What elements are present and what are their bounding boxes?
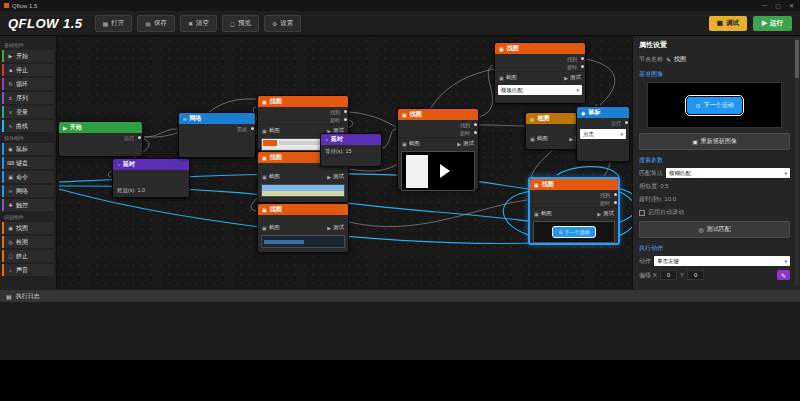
port-out[interactable]: 运行 (124, 135, 138, 141)
folder-open-icon: ▦ (103, 20, 109, 27)
port-found[interactable]: 找到 (600, 192, 614, 198)
section-action: 执行动作 (639, 244, 790, 253)
capture-button[interactable]: ▣截图 (262, 173, 280, 180)
node-find-image-selected[interactable]: ▣找图 找到 超时 ▣截图 ▶测试 ⊙ 下一个活动 (528, 177, 620, 245)
sidebar-item-stop[interactable]: ■ 停止 (2, 64, 54, 76)
sidebar-item-loop[interactable]: ↻ 循环 (2, 78, 54, 90)
node-find-image-5[interactable]: ▣找图 找到 超时 ▣截图 ▶测试 模板匹配 ▾ (494, 42, 586, 104)
capture-button[interactable]: ▣截图 (262, 127, 280, 134)
sidebar-item-start[interactable]: ▶ 开始 (2, 50, 54, 62)
mouse-action-dropdown[interactable]: 点击 ▾ (580, 129, 626, 139)
recapture-button[interactable]: ▣ 重新捕获图像 (639, 133, 790, 150)
node-delay-2[interactable]: ◔延时 等待(s): 15 (320, 133, 382, 167)
sidebar-item-touch[interactable]: ✚ 触控 (2, 199, 54, 211)
node-network[interactable]: ∞网络 完成 (178, 112, 256, 158)
test-button[interactable]: ▶测试 (457, 140, 474, 147)
test-button[interactable]: ▶测试 (564, 74, 581, 81)
autoscroll-checkbox[interactable] (639, 210, 645, 216)
port-found[interactable]: 找到 (330, 109, 344, 115)
video-thumbnail (401, 151, 475, 191)
port-timeout[interactable]: 超时 (567, 64, 581, 70)
debug-button[interactable]: ▣ 调试 (709, 16, 747, 31)
port-out[interactable]: 完成 (237, 126, 251, 132)
camera-icon: ▣ (402, 112, 407, 118)
sidebar-item-sound[interactable]: ♪ 声音 (2, 264, 54, 276)
open-button[interactable]: ▦ 打开 (95, 15, 133, 32)
component-sidebar: 基础组件 ▶ 开始 ■ 停止 ↻ 循环 ≡ 序列 x 变量 ∿ 曲线 操作组件 … (0, 36, 57, 290)
window-titlebar: Qflow 1.5 — ▢ ✕ (0, 0, 800, 11)
link-icon: ∞ (183, 116, 187, 122)
sidebar-item-sequence[interactable]: ≡ 序列 (2, 92, 54, 104)
edit-icon[interactable]: ✎ (666, 56, 671, 63)
test-button[interactable]: ▶测试 (327, 224, 344, 231)
command-icon: ▣ (7, 174, 14, 180)
algorithm-select[interactable]: 模糊匹配 ▾ (666, 168, 790, 178)
similarity-value: 相似度: 0.5 (639, 182, 669, 191)
capture-button[interactable]: ▣截图 (402, 140, 420, 147)
stop-icon: ■ (7, 67, 14, 73)
log-content-area[interactable] (0, 302, 800, 360)
node-delay-1[interactable]: ◔延时 延迟(s): 1.0 (112, 158, 190, 198)
settings-button[interactable]: ⚙ 设置 (264, 15, 301, 32)
sidebar-item-curve[interactable]: ∿ 曲线 (2, 120, 54, 132)
node-start[interactable]: ▶开始 运行 (58, 121, 143, 157)
action-label: 动作 (639, 257, 651, 266)
test-button[interactable]: ▶测试 (597, 210, 614, 217)
play-icon: ▶ (63, 125, 67, 131)
sidebar-item-keyboard[interactable]: ⌨ 键盘 (2, 157, 54, 169)
camera-icon: ▣ (499, 46, 504, 52)
port-found[interactable]: 找到 (460, 122, 474, 128)
scrollbar-thumb[interactable] (795, 40, 799, 78)
panel-scrollbar[interactable] (795, 38, 799, 286)
template-preview: ⊙ 下一个活动 (647, 82, 782, 128)
sidebar-item-findimage[interactable]: ▣ 找图 (2, 222, 54, 234)
port-timeout[interactable]: 超时 (600, 200, 614, 206)
mouse-icon: ◉ (7, 146, 14, 152)
node-find-image-3[interactable]: ▣找图 ▣截图 ▶测试 (257, 203, 349, 253)
offset-y-input[interactable]: 0 (687, 270, 704, 280)
capture-button[interactable]: ▣截图 (534, 210, 552, 217)
screenshot-icon: ▣ (402, 141, 407, 147)
section-search-params: 搜索参数 (639, 156, 790, 165)
screenshot-icon: ▣ (530, 136, 535, 142)
match-mode-dropdown[interactable]: 模板匹配 ▾ (498, 85, 582, 95)
save-button[interactable]: ▤ 保存 (137, 15, 175, 32)
test-button[interactable]: ▶测试 (327, 173, 344, 180)
port-out[interactable]: 运行 (611, 120, 625, 126)
node-find-image-4[interactable]: ▣找图 找到 超时 ▣截图 ▶测试 (397, 108, 479, 190)
port-timeout[interactable]: 超时 (330, 117, 344, 123)
chevron-down-icon: ▾ (784, 258, 787, 264)
maximize-button[interactable]: ▢ (775, 2, 781, 9)
capture-button[interactable]: ▣截图 (530, 135, 548, 142)
capture-button[interactable]: ▣截图 (499, 74, 517, 81)
sidebar-item-still[interactable]: ▢ 静止 (2, 250, 54, 262)
capture-button[interactable]: ▣截图 (262, 224, 280, 231)
node-mouse[interactable]: ◉鼠标 运行 点击 ▾ (576, 106, 630, 162)
flow-canvas[interactable]: ▶开始 运行 ◔延时 延迟(s): 1.0 ∞网络 完成 ▣找图 找到 超时 ▣… (57, 36, 632, 290)
clock-icon: ◔ (325, 137, 328, 143)
section-title-vision: 识别组件 (4, 214, 52, 220)
log-header-bar[interactable]: ▤ 执行日志 (0, 290, 800, 302)
offset-x-input[interactable]: 0 (660, 270, 677, 280)
sidebar-item-network[interactable]: ∞ 网络 (2, 185, 54, 197)
port-timeout[interactable]: 超时 (460, 130, 474, 136)
sidebar-item-mouse[interactable]: ◉ 鼠标 (2, 143, 54, 155)
pick-offset-button[interactable]: ✎ (777, 270, 790, 280)
gear-icon: ⚙ (272, 20, 277, 27)
camera-icon: ▣ (534, 182, 539, 188)
minimize-button[interactable]: — (761, 2, 767, 9)
template-thumbnail (261, 235, 345, 248)
sidebar-item-variable[interactable]: x 变量 (2, 106, 54, 118)
sidebar-item-detect[interactable]: ◎ 检测 (2, 236, 54, 248)
run-button[interactable]: ▶ 运行 (753, 16, 792, 31)
sidebar-item-command[interactable]: ▣ 命令 (2, 171, 54, 183)
detect-icon: ◎ (7, 239, 14, 245)
camera-icon: ▣ (262, 207, 267, 213)
preview-button[interactable]: ◻ 预览 (222, 15, 259, 32)
clear-button[interactable]: ✖ 清空 (180, 15, 217, 32)
action-select[interactable]: 单击左键 ▾ (654, 256, 790, 266)
desktop-background (0, 360, 800, 401)
port-found[interactable]: 找到 (567, 56, 581, 62)
close-button[interactable]: ✕ (789, 2, 794, 9)
test-match-button[interactable]: ◎ 测试匹配 (639, 221, 790, 238)
